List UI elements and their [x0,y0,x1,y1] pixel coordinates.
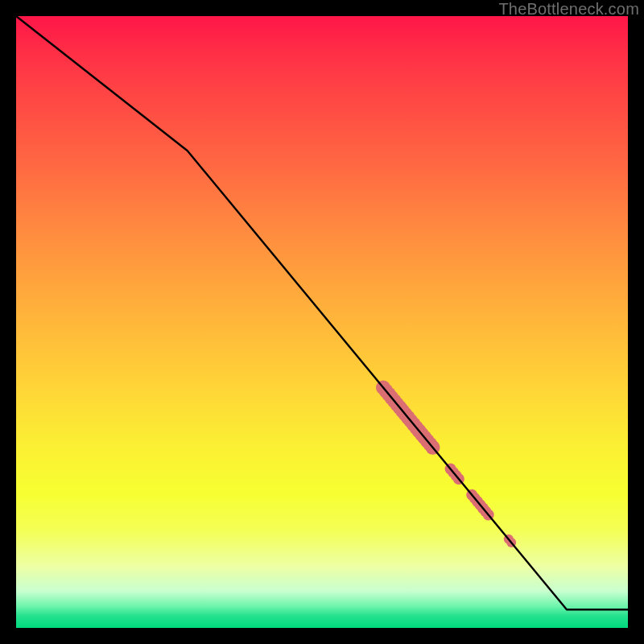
chart-stage: TheBottleneck.com [0,0,644,644]
plot-area [16,16,628,628]
curve-line [16,16,628,609]
chart-svg [16,16,628,628]
watermark-text: TheBottleneck.com [498,0,639,19]
